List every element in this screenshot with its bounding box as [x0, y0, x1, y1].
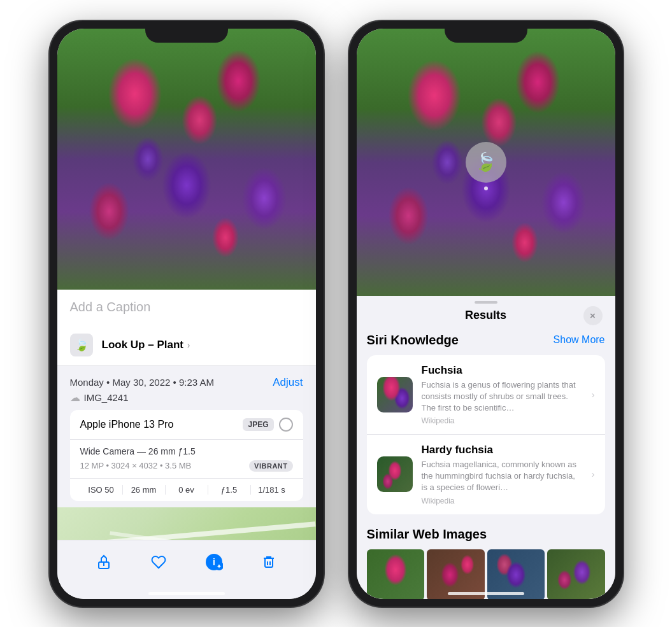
- caption-area[interactable]: Add a Caption: [57, 290, 316, 325]
- delete-button[interactable]: [257, 551, 280, 574]
- info-section: 🍃 Look Up – Plant › Monday • May 30, 202…: [57, 325, 316, 540]
- device-badges: JPEG: [243, 418, 292, 432]
- favorite-button[interactable]: [147, 551, 170, 574]
- flower-photo: [57, 29, 316, 290]
- show-more-button[interactable]: Show More: [554, 334, 605, 346]
- lookup-type: Plant: [154, 339, 183, 351]
- fuchsia-thumb-img: [377, 377, 413, 412]
- lookup-icon: 🍃: [70, 334, 93, 356]
- date-text: Monday • May 30, 2022 • 9:23 AM: [70, 377, 214, 388]
- home-indicator-right[interactable]: [448, 592, 524, 595]
- drag-handle[interactable]: [475, 301, 497, 304]
- similar-img-4[interactable]: [547, 549, 605, 599]
- exif-shutter: 1/181 s: [251, 485, 293, 495]
- exif-focal: 26 mm: [123, 485, 166, 495]
- device-name: Apple iPhone 13 Pro: [80, 419, 174, 430]
- right-phone: 🍃 Results × Siri Knowledge: [349, 21, 623, 607]
- camera-spec-line1: Wide Camera — 26 mm ƒ1.5: [80, 446, 293, 456]
- share-button[interactable]: [92, 551, 115, 574]
- fuchsia-chevron: ›: [592, 390, 595, 400]
- exif-ev: 0 ev: [166, 485, 208, 495]
- cloud-icon: ☁: [70, 391, 80, 404]
- fuchsia-name: Fuchsia: [422, 364, 583, 377]
- visual-lookup-button[interactable]: 🍃: [466, 142, 506, 183]
- results-title: Results: [447, 309, 525, 322]
- date-section: Monday • May 30, 2022 • 9:23 AM Adjust ☁…: [57, 366, 316, 507]
- photo-display-right[interactable]: 🍃: [357, 29, 615, 296]
- svg-rect-6: [265, 558, 273, 567]
- left-phone: Add a Caption 🍃 Look Up – Plant › Monday…: [50, 21, 324, 607]
- similar-img-1[interactable]: [367, 549, 425, 599]
- hardy-chevron: ›: [592, 469, 595, 479]
- filename-row: ☁ IMG_4241: [70, 391, 303, 404]
- close-button[interactable]: ×: [583, 306, 603, 325]
- hardy-thumb-img: [377, 456, 413, 492]
- leaf-icon: 🍃: [75, 338, 89, 352]
- home-indicator[interactable]: [148, 592, 225, 595]
- lookup-leaf-icon: 🍃: [475, 151, 497, 173]
- siri-knowledge-header: Siri Knowledge Show More: [367, 333, 605, 348]
- similar-section: Similar Web Images: [367, 527, 605, 599]
- info-button[interactable]: i ✦: [203, 551, 225, 574]
- filename-text: IMG_4241: [84, 392, 129, 403]
- device-section: Apple iPhone 13 Pro JPEG Wide Camera — 2…: [70, 410, 303, 501]
- lookup-row[interactable]: 🍃 Look Up – Plant ›: [57, 325, 316, 366]
- notch: [145, 21, 228, 43]
- notch-right: [445, 21, 527, 43]
- lookup-label: Look Up – Plant ›: [102, 339, 190, 351]
- adjust-button[interactable]: Adjust: [273, 376, 303, 389]
- photo-display[interactable]: [57, 29, 316, 290]
- svg-text:✦: ✦: [217, 563, 222, 570]
- exif-row: ISO 50 26 mm 0 ev ƒ1.5 1/181 s: [70, 479, 303, 501]
- camera-spec-text: 12 MP • 3024 × 4032 • 3.5 MB: [80, 461, 192, 470]
- camera-specs: Wide Camera — 26 mm ƒ1.5 12 MP • 3024 × …: [70, 440, 303, 479]
- siri-knowledge-title: Siri Knowledge: [367, 333, 459, 348]
- results-content: Siri Knowledge Show More Fuchsia Fuchsia…: [357, 333, 615, 599]
- lookup-bold: Look Up –: [102, 339, 154, 351]
- fuchsia-thumbnail: [377, 377, 413, 412]
- exif-iso: ISO 50: [80, 485, 123, 495]
- hardy-name: Hardy fuchsia: [422, 444, 583, 456]
- knowledge-card: Fuchsia Fuchsia is a genus of flowering …: [367, 355, 605, 514]
- close-icon: ×: [590, 310, 596, 321]
- map-preview[interactable]: [57, 507, 316, 540]
- left-screen: Add a Caption 🍃 Look Up – Plant › Monday…: [57, 29, 316, 599]
- right-screen: 🍃 Results × Siri Knowledge: [357, 29, 615, 599]
- jpeg-badge: JPEG: [243, 418, 273, 431]
- hardy-desc: Fuchsia magellanica, commonly known as t…: [422, 459, 583, 494]
- exif-aperture: ƒ1.5: [208, 485, 251, 495]
- bottom-toolbar: i ✦: [57, 540, 316, 599]
- fuchsia-source: Wikipedia: [422, 416, 583, 425]
- lookup-chevron: ›: [185, 340, 190, 350]
- hardy-text: Hardy fuchsia Fuchsia magellanica, commo…: [422, 444, 583, 505]
- hardy-source: Wikipedia: [422, 497, 583, 505]
- similar-title: Similar Web Images: [367, 527, 605, 542]
- vibrant-badge: VIBRANT: [249, 460, 292, 472]
- device-row: Apple iPhone 13 Pro JPEG: [70, 410, 303, 440]
- date-row: Monday • May 30, 2022 • 9:23 AM Adjust: [70, 376, 303, 389]
- lens-icon: [279, 418, 293, 432]
- hardy-fuchsia-item[interactable]: Hardy fuchsia Fuchsia magellanica, commo…: [367, 435, 605, 514]
- camera-spec-line2: 12 MP • 3024 × 4032 • 3.5 MB VIBRANT: [80, 460, 293, 472]
- lookup-dot: [484, 187, 488, 190]
- caption-placeholder[interactable]: Add a Caption: [70, 300, 303, 314]
- fuchsia-text: Fuchsia Fuchsia is a genus of flowering …: [422, 364, 583, 426]
- results-panel: Results × Siri Knowledge Show More: [357, 296, 615, 599]
- map-road-1: [57, 521, 315, 540]
- hardy-thumbnail: [377, 456, 413, 492]
- fuchsia-item[interactable]: Fuchsia Fuchsia is a genus of flowering …: [367, 355, 605, 435]
- fuchsia-desc: Fuchsia is a genus of flowering plants t…: [422, 379, 583, 414]
